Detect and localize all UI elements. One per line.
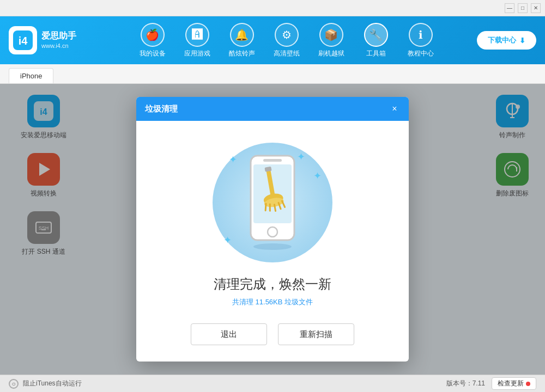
subtitle-prefix: 共清理	[232, 298, 256, 306]
status-right: 版本号：7.11 检查更新	[446, 377, 536, 390]
cleanup-modal: 垃圾清理 × ✦ ✦ ✦ ✦	[136, 97, 409, 362]
logo-name: 爱思助手	[41, 30, 76, 42]
modal-header: 垃圾清理 ×	[136, 97, 409, 121]
itunes-text: 阻止iTunes自动运行	[23, 379, 82, 388]
nav-icon-app-games: 🅰	[185, 23, 209, 47]
check-update-label: 检查更新	[498, 379, 524, 388]
logo-url: www.i4.cn	[41, 42, 76, 50]
download-icon: ⬇	[519, 36, 525, 45]
sparkle-3: ✦	[223, 234, 232, 246]
nav-icon-tutorials: ℹ	[409, 23, 433, 47]
download-label: 下载中心	[488, 35, 516, 45]
version-label: 版本号：7.11	[446, 379, 485, 388]
phone-graphic	[243, 151, 302, 254]
minimize-button[interactable]: —	[505, 3, 514, 13]
nav-label-ringtones: 酷炫铃声	[229, 49, 255, 58]
result-amount: 11.56KB	[256, 298, 283, 306]
logo-area: i4 爱思助手 www.i4.cn	[9, 26, 96, 54]
tab-iphone[interactable]: iPhone	[9, 68, 53, 83]
modal-overlay: 垃圾清理 × ✦ ✦ ✦ ✦	[0, 84, 545, 375]
nav-label-wallpapers: 高清壁纸	[274, 49, 300, 58]
nav-label-jailbreak: 刷机越狱	[318, 49, 344, 58]
tab-bar: iPhone	[0, 64, 545, 84]
download-button[interactable]: 下载中心 ⬇	[477, 31, 536, 50]
header: i4 爱思助手 www.i4.cn 🍎 我的设备 🅰 应用游戏 🔔 酷炫铃声 ⚙…	[0, 16, 545, 64]
status-left: ○ 阻止iTunes自动运行	[9, 379, 82, 389]
nav-label-tutorials: 教程中心	[408, 49, 434, 58]
svg-line-24	[274, 204, 275, 211]
nav-label-app-games: 应用游戏	[184, 49, 210, 58]
nav-item-toolbox[interactable]: 🔧 工具箱	[357, 23, 395, 58]
subtitle-suffix: 垃圾文件	[282, 298, 313, 306]
logo-text: 爱思助手 www.i4.cn	[41, 30, 76, 50]
modal-body: ✦ ✦ ✦ ✦	[136, 121, 409, 362]
nav-label-my-device: 我的设备	[140, 49, 166, 58]
itunes-icon: ○	[9, 379, 19, 389]
nav-item-ringtones[interactable]: 🔔 酷炫铃声	[223, 23, 261, 58]
nav-label-toolbox: 工具箱	[366, 49, 386, 58]
result-title: 清理完成，焕然一新	[214, 275, 331, 293]
nav-item-wallpapers[interactable]: ⚙ 高清壁纸	[268, 23, 306, 58]
nav-item-tutorials[interactable]: ℹ 教程中心	[402, 23, 440, 58]
main-content: i4 安装爱思移动端 视频转换 SSH 打开 SSH 通道 铃声制作 删除废图标…	[0, 84, 545, 375]
nav-item-app-games[interactable]: 🅰 应用游戏	[178, 23, 216, 58]
nav-item-my-device[interactable]: 🍎 我的设备	[134, 23, 172, 58]
nav-icon-jailbreak: 📦	[319, 23, 343, 47]
sparkle-4: ✦	[313, 170, 322, 182]
exit-button[interactable]: 退出	[191, 323, 267, 345]
logo-icon: i4	[9, 26, 37, 54]
svg-rect-17	[263, 159, 282, 162]
svg-text:i4: i4	[19, 35, 28, 47]
maximize-button[interactable]: □	[518, 3, 528, 13]
sparkle-1: ✦	[229, 154, 237, 166]
svg-point-28	[253, 243, 292, 250]
nav-items: 🍎 我的设备 🅰 应用游戏 🔔 酷炫铃声 ⚙ 高清壁纸 📦 刷机越狱 🔧 工具箱…	[96, 23, 477, 58]
status-bar: ○ 阻止iTunes自动运行 版本号：7.11 检查更新	[0, 375, 545, 392]
nav-item-jailbreak[interactable]: 📦 刷机越狱	[312, 23, 350, 58]
update-indicator	[526, 382, 530, 386]
nav-icon-my-device: 🍎	[141, 23, 165, 47]
modal-buttons: 退出 重新扫描	[191, 323, 354, 345]
result-subtitle: 共清理 11.56KB 垃圾文件	[232, 297, 313, 307]
nav-icon-toolbox: 🔧	[364, 23, 388, 47]
close-button[interactable]: ✕	[531, 3, 541, 13]
nav-icon-wallpapers: ⚙	[275, 23, 299, 47]
rescan-button[interactable]: 重新扫描	[278, 323, 354, 345]
phone-illustration: ✦ ✦ ✦ ✦	[213, 143, 332, 262]
modal-close-button[interactable]: ×	[389, 103, 400, 114]
nav-icon-ringtones: 🔔	[230, 23, 254, 47]
svg-line-23	[269, 204, 271, 211]
check-update-button[interactable]: 检查更新	[492, 377, 536, 390]
title-bar: — □ ✕	[0, 0, 545, 16]
modal-title: 垃圾清理	[145, 104, 178, 114]
